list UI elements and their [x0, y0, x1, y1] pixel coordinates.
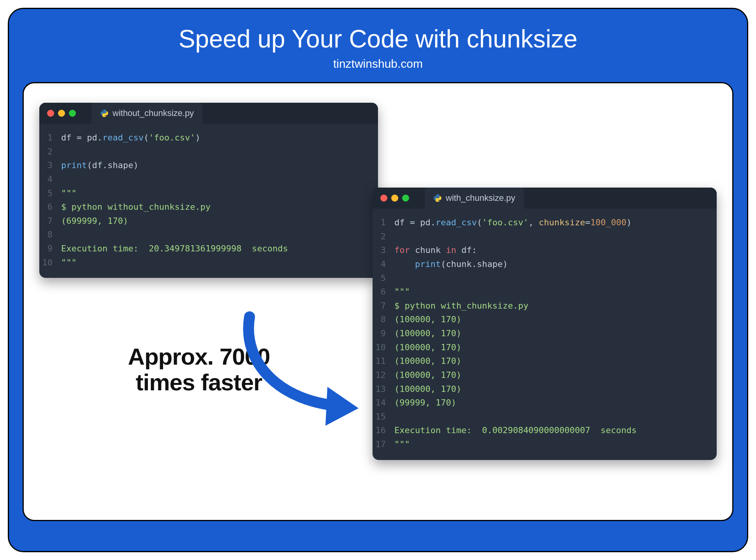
code-content: [394, 230, 399, 244]
code-line: 10""": [39, 256, 378, 270]
python-icon: [100, 109, 109, 118]
line-number: 6: [373, 285, 394, 299]
code-content: [394, 410, 399, 424]
code-content: (100000, 170): [394, 341, 461, 355]
code-line: 2: [373, 230, 717, 244]
code-window-without-chunksize: without_chunksize.py 1df = pd.read_csv('…: [39, 103, 378, 278]
code-content: (100000, 170): [394, 368, 461, 382]
filename-label: without_chunksize.py: [113, 108, 194, 118]
code-content: print(chunk.shape): [394, 257, 508, 271]
code-body-right: 1df = pd.read_csv('foo.csv', chunksize=1…: [373, 209, 717, 460]
code-line: 14(99999, 170): [373, 396, 717, 410]
code-line: 7(699999, 170): [39, 214, 378, 228]
code-line: 10(100000, 170): [373, 341, 717, 355]
minimize-icon: [391, 195, 398, 202]
code-content: [61, 228, 66, 242]
code-line: 3print(df.shape): [39, 158, 378, 172]
code-content: [394, 271, 399, 285]
window-titlebar: without_chunksize.py: [39, 103, 378, 124]
code-content: """: [394, 285, 410, 299]
code-content: [61, 145, 66, 159]
minimize-icon: [58, 110, 65, 117]
line-number: 7: [39, 214, 61, 228]
code-content: $ python with_chunksize.py: [394, 299, 528, 313]
zoom-icon: [402, 195, 409, 202]
code-line: 7$ python with_chunksize.py: [373, 299, 717, 313]
code-line: 1df = pd.read_csv('foo.csv', chunksize=1…: [373, 216, 717, 230]
python-icon: [433, 194, 442, 202]
code-content: (100000, 170): [394, 312, 461, 327]
code-line: 16Execution time: 0.0029084090000000007 …: [373, 423, 717, 437]
line-number: 12: [373, 368, 394, 382]
close-icon: [47, 110, 54, 117]
content-card: without_chunksize.py 1df = pd.read_csv('…: [23, 82, 733, 521]
code-line: 9(100000, 170): [373, 327, 717, 341]
line-number: 17: [373, 437, 394, 451]
code-content: """: [61, 186, 77, 200]
line-number: 6: [39, 200, 61, 214]
code-content: (100000, 170): [394, 382, 461, 396]
code-content: print(df.shape): [61, 158, 139, 172]
code-content: """: [394, 437, 410, 451]
line-number: 8: [39, 228, 61, 242]
code-content: (699999, 170): [61, 214, 128, 228]
line-number: 15: [373, 410, 394, 424]
line-number: 10: [39, 256, 61, 270]
line-number: 3: [39, 158, 61, 172]
line-number: 4: [39, 172, 61, 186]
code-line: 15: [373, 410, 717, 424]
line-number: 7: [373, 299, 394, 313]
code-content: df = pd.read_csv('foo.csv', chunksize=10…: [394, 216, 631, 230]
line-number: 13: [373, 382, 394, 396]
code-content: (100000, 170): [394, 354, 461, 368]
code-content: (100000, 170): [394, 327, 461, 341]
code-line: 5: [373, 271, 717, 285]
code-line: 8(100000, 170): [373, 312, 717, 327]
line-number: 8: [373, 312, 394, 327]
line-number: 10: [373, 341, 394, 355]
code-content: Execution time: 20.349781361999998 secon…: [61, 242, 288, 256]
code-content: for chunk in df:: [394, 243, 477, 257]
line-number: 1: [373, 216, 394, 230]
code-line: 11(100000, 170): [373, 354, 717, 368]
filename-label: with_chunksize.py: [446, 193, 515, 203]
line-number: 14: [373, 396, 394, 410]
line-number: 11: [373, 354, 394, 368]
code-line: 3for chunk in df:: [373, 243, 717, 257]
outer-frame: Speed up Your Code with chunksize tinztw…: [8, 8, 748, 552]
window-titlebar: with_chunksize.py: [373, 188, 717, 209]
close-icon: [380, 195, 387, 202]
code-line: 5""": [39, 186, 378, 200]
code-body-left: 1df = pd.read_csv('foo.csv')2 3print(df.…: [39, 124, 378, 278]
code-line: 17""": [373, 437, 717, 451]
traffic-lights: [380, 195, 409, 202]
code-content: df = pd.read_csv('foo.csv'): [61, 131, 200, 145]
code-line: 4 print(chunk.shape): [373, 257, 717, 271]
code-line: 6$ python without_chunksize.py: [39, 200, 378, 214]
code-line: 13(100000, 170): [373, 382, 717, 396]
arrow-icon: [218, 309, 374, 434]
line-number: 1: [39, 131, 61, 145]
code-content: """: [61, 256, 77, 270]
code-content: $ python without_chunksize.py: [61, 200, 211, 214]
page-title: Speed up Your Code with chunksize: [23, 25, 733, 53]
code-line: 1df = pd.read_csv('foo.csv'): [39, 131, 378, 145]
code-window-with-chunksize: with_chunksize.py 1df = pd.read_csv('foo…: [373, 188, 717, 460]
line-number: 16: [373, 423, 394, 437]
line-number: 2: [39, 145, 61, 159]
line-number: 2: [373, 230, 394, 244]
code-content: (99999, 170): [394, 396, 456, 410]
code-line: 12(100000, 170): [373, 368, 717, 382]
line-number: 4: [373, 257, 394, 271]
traffic-lights: [47, 110, 76, 117]
code-line: 6""": [373, 285, 717, 299]
line-number: 5: [39, 186, 61, 200]
code-line: 4: [39, 172, 378, 186]
code-content: Execution time: 0.0029084090000000007 se…: [394, 423, 637, 437]
code-line: 9Execution time: 20.349781361999998 seco…: [39, 242, 378, 256]
code-line: 2: [39, 145, 378, 159]
code-content: [61, 172, 66, 186]
line-number: 3: [373, 243, 394, 257]
zoom-icon: [69, 110, 76, 117]
page-subtitle: tinztwinshub.com: [23, 57, 733, 70]
